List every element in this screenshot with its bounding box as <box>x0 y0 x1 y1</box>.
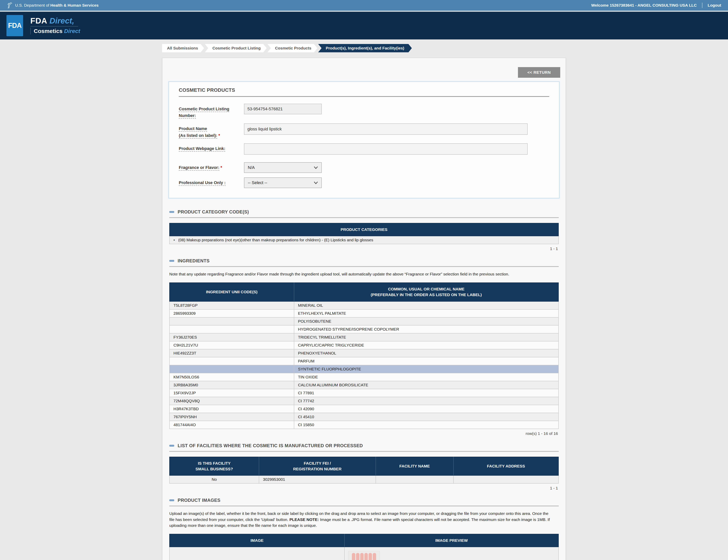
brand-banner: FDA FDA Direct, Cosmetics Direct <box>0 12 728 39</box>
section-title: PRODUCT IMAGES <box>178 498 220 503</box>
lipstick-tube-graphic <box>360 553 364 560</box>
column-header: INGREDIENT UNII CODE(S) <box>169 283 294 301</box>
required-asterisk: * <box>218 133 220 138</box>
product-categories-table: PRODUCT CATEGORIES (08) Makeup preparati… <box>169 223 559 244</box>
collapse-icon[interactable] <box>169 211 174 213</box>
brand-title: FDA Direct, <box>30 17 78 27</box>
cosmetic-products-form: COSMETIC PRODUCTS Cosmetic Product Listi… <box>169 82 559 198</box>
product-name-input[interactable] <box>244 123 528 135</box>
lipstick-tube-graphic <box>356 553 359 560</box>
column-header: IMAGE PREVIEW <box>344 534 559 547</box>
webpage-link-input[interactable] <box>244 143 528 155</box>
table-row: 3JRB8A35M0CALCIUM ALUMINUM BOROSILICATE <box>169 381 559 389</box>
fda-cosmetics-direct-page: U.S. Department of Health & Human Servic… <box>0 0 728 560</box>
facilities-table: IS THIS FACILITYSMALL BUSINESS? FACILITY… <box>169 457 559 484</box>
breadcrumb: All Submissions Cosmetic Product Listing… <box>162 44 566 52</box>
chevron-down-icon <box>314 166 318 169</box>
chevron-down-icon <box>314 181 318 184</box>
ingredients-section: INGREDIENTS Note that any update regardi… <box>169 257 559 436</box>
upload-instructions: Upload an image(s) of the label, whether… <box>169 511 552 529</box>
form-title: COSMETIC PRODUCTS <box>179 87 549 97</box>
logout-link[interactable]: Logout <box>708 3 721 8</box>
column-header: IMAGE <box>169 534 344 547</box>
image-preview-cell <box>344 547 559 560</box>
main-content: All Submissions Cosmetic Product Listing… <box>162 39 566 560</box>
facility-name-cell <box>376 475 453 483</box>
table-row: PARFUM <box>169 357 559 365</box>
facility-fei-cell: 3029953001 <box>259 475 376 483</box>
webpage-link-label: Product Webpage Link: <box>179 143 236 152</box>
professional-use-label: Professional Use Only : <box>179 177 236 186</box>
section-title: PRODUCT CATEGORY CODE(S) <box>178 209 249 215</box>
hhs-eagle-icon <box>7 2 13 9</box>
column-header: PRODUCT CATEGORIES <box>169 223 559 236</box>
table-row: POLYISOBUTENE <box>169 317 559 325</box>
column-header: FACILITY FEI /REGISTRATION NUMBER <box>259 457 376 476</box>
table-row: HYDROGENATED STYRENE/ISOPRENE COPOLYMER <box>169 325 559 333</box>
table-row: 72M48QQV8QCI 77742 <box>169 397 559 405</box>
pagination-label: 1 - 1 <box>170 486 558 490</box>
column-header: FACILITY ADDRESS <box>453 457 559 476</box>
content-panel: << RETURN COSMETIC PRODUCTS Cosmetic Pro… <box>162 58 566 560</box>
professional-use-select[interactable]: -- Select -- <box>244 177 322 188</box>
product-category-section: PRODUCT CATEGORY CODE(S) PRODUCT CATEGOR… <box>169 208 559 251</box>
welcome-text: Welcome 15267383641 - ANGEL CONSULTING U… <box>591 3 697 8</box>
required-asterisk: * <box>220 165 222 170</box>
product-name-label: Product Name (As listed on label):* <box>179 123 236 139</box>
pagination-label: row(s) 1 - 16 of 16 <box>170 431 558 436</box>
listing-number-input[interactable] <box>244 104 322 114</box>
collapse-icon[interactable] <box>169 260 174 262</box>
breadcrumb-current: Product(s), Ingredient(s), and Facility(… <box>318 44 412 52</box>
section-title: INGREDIENTS <box>178 258 209 264</box>
column-header: IS THIS FACILITYSMALL BUSINESS? <box>169 457 259 476</box>
table-row: KM7N50LOS6TIN OXIDE <box>169 373 559 381</box>
product-image-preview <box>348 551 380 560</box>
table-row: 481744AI4OCI 15850 <box>169 421 559 429</box>
facilities-section: LIST OF FACILITIES WHERE THE COSMETIC IS… <box>169 442 559 491</box>
table-row: 15FIX9V2JPCI 77891 <box>169 389 559 397</box>
table-row: SYNTHETIC FLUORPHLOGOPITE <box>169 365 559 373</box>
table-row: C9H2L21V7UCAPRYLIC/CAPRIC TRIGLYCERIDE <box>169 341 559 349</box>
fragrance-select[interactable]: N/A <box>244 162 322 173</box>
brand-subtitle: Cosmetics Direct <box>30 28 80 35</box>
fda-logo[interactable]: FDA <box>6 15 23 36</box>
facility-small-business-cell: No <box>169 475 259 483</box>
return-button[interactable]: << RETURN <box>518 67 560 78</box>
table-row: 816005-11-.jpg <box>169 547 559 560</box>
ingredients-note: Note that any update regarding Fragrance… <box>169 271 552 277</box>
table-row: No 3029953001 <box>169 475 559 483</box>
table-row: (08) Makeup preparations (not eye)(other… <box>169 236 559 244</box>
lipstick-tube-graphic <box>352 553 355 560</box>
table-row: FY36J270ESTRIDECYL TRIMELLITATE <box>169 333 559 341</box>
collapse-icon[interactable] <box>169 499 174 501</box>
dept-text: U.S. Department of Health & Human Servic… <box>15 3 99 8</box>
table-row: T5L8T28FGPMINERAL OIL <box>169 301 559 309</box>
image-filename-cell: 816005-11-.jpg <box>169 547 344 560</box>
product-images-section: PRODUCT IMAGES Upload an image(s) of the… <box>169 496 559 560</box>
table-row: 767IP0Y5NHCI 45410 <box>169 413 559 421</box>
product-images-table: IMAGE IMAGE PREVIEW 816005-11-.jpg <box>169 534 559 560</box>
collapse-icon[interactable] <box>169 445 174 447</box>
column-header: FACILITY NAME <box>376 457 453 476</box>
fragrance-label: Fragrance or Flavor:* <box>179 162 236 171</box>
pagination-label: 1 - 1 <box>170 246 558 251</box>
column-header: COMMON, USUAL OR CHEMICAL NAME (PREFERAB… <box>294 283 559 301</box>
breadcrumb-cosmetic-products[interactable]: Cosmetic Products <box>268 44 317 52</box>
table-row: HIE492ZZ3TPHENOXYETHANOL <box>169 349 559 357</box>
topbar-divider <box>702 3 702 8</box>
gov-topbar: U.S. Department of Health & Human Servic… <box>0 0 728 12</box>
ingredients-table: INGREDIENT UNII CODE(S) COMMON, USUAL OR… <box>169 282 559 429</box>
section-title: LIST OF FACILITIES WHERE THE COSMETIC IS… <box>178 443 363 448</box>
listing-number-label: Cosmetic Product Listing Number: <box>179 104 236 119</box>
breadcrumb-all-submissions[interactable]: All Submissions <box>162 44 204 52</box>
lipstick-tube-graphic <box>364 553 368 560</box>
lipstick-tube-graphic <box>373 553 376 560</box>
breadcrumb-cosmetic-product-listing[interactable]: Cosmetic Product Listing <box>205 44 267 52</box>
brand-title-block: FDA Direct, Cosmetics Direct <box>28 16 80 35</box>
table-row: H3R47K3TBDCI 42090 <box>169 405 559 413</box>
lipstick-tube-graphic <box>369 553 372 560</box>
table-row: 2865993309ETHYLHEXYL PALMITATE <box>169 309 559 317</box>
facility-address-cell <box>453 475 559 483</box>
